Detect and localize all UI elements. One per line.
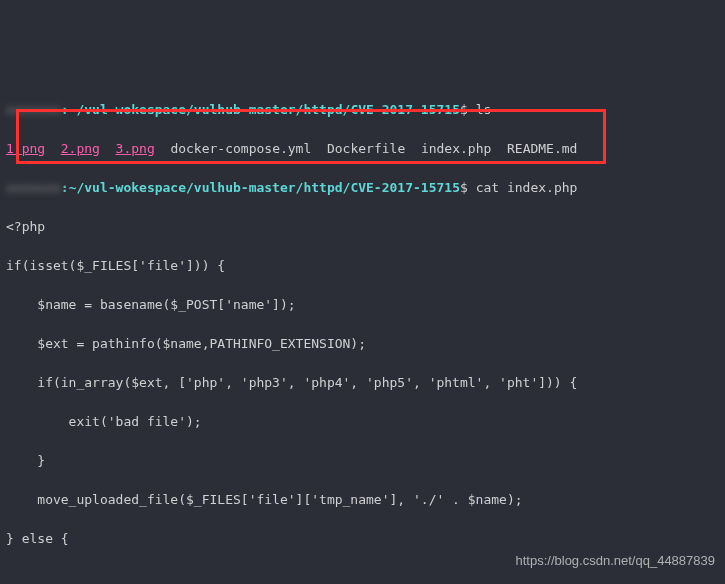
code-line: if(in_array($ext, ['php', 'php3', 'php4'… — [6, 373, 719, 393]
command-ls: ls — [476, 102, 492, 117]
code-line: } else { — [6, 529, 719, 549]
ls-file-png: 1.png — [6, 141, 45, 156]
ls-output-line: 1.png 2.png 3.png docker-compose.yml Doc… — [6, 139, 719, 159]
ls-file: index.php — [421, 141, 491, 156]
terminal-output: xxxxxxx:~/vul-wokespace/vulhub-master/ht… — [6, 80, 719, 584]
ls-file: docker-compose.yml — [170, 141, 311, 156]
code-line: <?php — [6, 217, 719, 237]
user-redacted: xxxxxxx — [6, 100, 61, 120]
ls-file: README.md — [507, 141, 577, 156]
code-line: if(isset($_FILES['file'])) { — [6, 256, 719, 276]
code-line: $ext = pathinfo($name,PATHINFO_EXTENSION… — [6, 334, 719, 354]
code-line: move_uploaded_file($_FILES['file']['tmp_… — [6, 490, 719, 510]
watermark: https://blog.csdn.net/qq_44887839 — [516, 551, 716, 571]
code-line: } — [6, 451, 719, 471]
prompt-path: ~/vul-wokespace/vulhub-master/httpd/CVE-… — [69, 180, 460, 195]
ls-file-png: 3.png — [116, 141, 155, 156]
command-cat: cat index.php — [476, 180, 578, 195]
prompt-dollar: $ — [460, 102, 468, 117]
prompt-path: ~/vul-wokespace/vulhub-master/httpd/CVE-… — [69, 102, 460, 117]
user-redacted: xxxxxxx — [6, 178, 61, 198]
code-line: exit('bad file'); — [6, 412, 719, 432]
ls-file: Dockerfile — [327, 141, 405, 156]
ls-file-png: 2.png — [61, 141, 100, 156]
code-line: $name = basename($_POST['name']); — [6, 295, 719, 315]
prompt-dollar: $ — [460, 180, 468, 195]
